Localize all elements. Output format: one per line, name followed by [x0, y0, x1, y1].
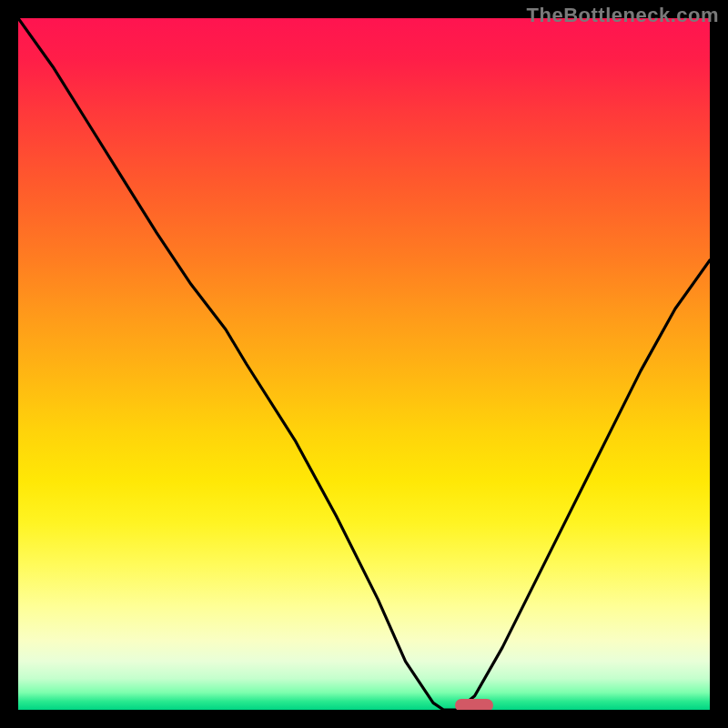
- bottleneck-curve-path: [18, 18, 710, 710]
- watermark-text: TheBottleneck.com: [527, 4, 719, 27]
- plot-area: [18, 18, 710, 710]
- optimal-marker: [455, 699, 493, 710]
- curve-svg: [18, 18, 710, 710]
- chart-frame: TheBottleneck.com: [0, 0, 728, 728]
